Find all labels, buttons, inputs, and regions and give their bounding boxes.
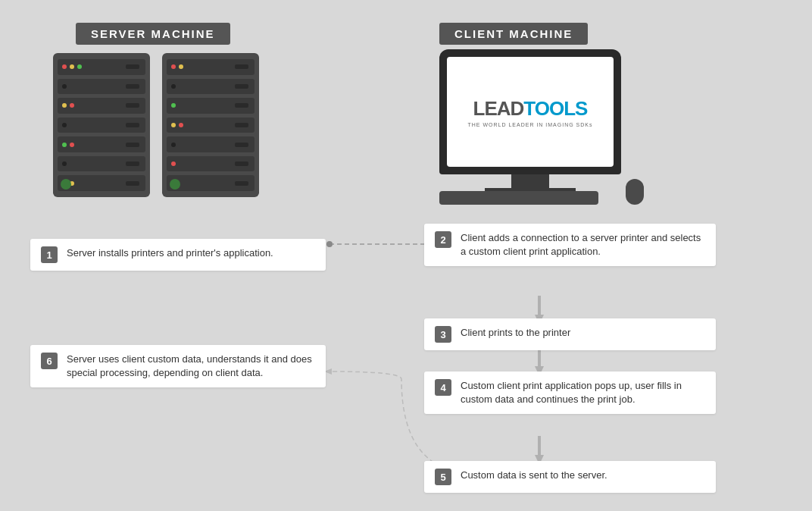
server-section-header-wrap: SERVER MACHINE: [76, 23, 230, 45]
drive-bay: [58, 79, 145, 95]
client-section-header: CLIENT MACHINE: [439, 23, 588, 45]
led: [171, 84, 176, 89]
led-green: [171, 103, 176, 108]
right-side: CLIENT MACHINE LEADTOOLS THE WORLD LEADE…: [401, 0, 812, 511]
step-5-text: Custom data is sent to the server.: [461, 469, 607, 482]
led-red: [179, 123, 183, 127]
led-red: [70, 103, 74, 108]
led-red: [171, 161, 176, 166]
step-4-box: 4 Custom client print application pops u…: [424, 371, 716, 414]
drive-bay: [167, 79, 255, 95]
step-4-text: Custom client print application pops up,…: [461, 379, 705, 406]
led-red: [62, 181, 67, 186]
step-5-box: 5 Custom data is sent to the server.: [424, 461, 716, 493]
step-6-box: 6 Server uses client custom data, unders…: [30, 345, 326, 387]
server-section-header: SERVER MACHINE: [76, 23, 230, 45]
server-unit-1: [53, 53, 150, 197]
led-yellow: [171, 123, 176, 127]
step-3-box: 3 Client prints to the printer: [424, 318, 716, 350]
left-side: SERVER MACHINE: [0, 0, 401, 511]
led-red: [171, 64, 176, 69]
led-yellow: [62, 103, 67, 108]
drive-bay: [167, 175, 255, 191]
client-section-header-wrap: CLIENT MACHINE: [439, 23, 588, 45]
monitor-screen: LEADTOOLS THE WORLD LEADER IN IMAGING SD…: [447, 57, 614, 167]
led: [62, 161, 67, 166]
step-1-text: Server installs printers and printer's a…: [67, 246, 273, 260]
monitor-stand: [511, 174, 549, 188]
led-yellow: [70, 64, 74, 69]
keyboard: [439, 191, 598, 205]
step-6-number: 6: [41, 353, 58, 369]
drive-bay: [58, 175, 145, 191]
step-5-number: 5: [435, 469, 451, 485]
led-red: [70, 143, 74, 147]
leadtools-logo: LEADTOOLS THE WORLD LEADER IN IMAGING SD…: [467, 97, 592, 127]
lead-part: LEAD: [473, 97, 524, 121]
led-green: [62, 143, 67, 147]
step-3-number: 3: [435, 326, 451, 343]
step-4-number: 4: [435, 379, 451, 396]
monitor: LEADTOOLS THE WORLD LEADER IN IMAGING SD…: [439, 49, 621, 174]
step-1-box: 1 Server installs printers and printer's…: [30, 239, 326, 271]
lead-tagline: THE WORLD LEADER IN IMAGING SDKs: [467, 122, 592, 127]
drive-bay: [58, 156, 145, 172]
drive-bay: [167, 118, 255, 133]
drive-bay: [167, 98, 255, 114]
step-1-number: 1: [41, 246, 58, 263]
led-green: [77, 64, 82, 69]
monitor-wrap: LEADTOOLS THE WORLD LEADER IN IMAGING SD…: [439, 49, 621, 196]
mouse: [626, 179, 644, 205]
drive-bay: [167, 136, 255, 152]
step-3-text: Client prints to the printer: [461, 326, 570, 340]
drive-bay: [167, 59, 255, 75]
led: [171, 143, 176, 147]
step-2-number: 2: [435, 231, 451, 248]
led-yellow: [179, 64, 183, 69]
drive-bay: [58, 59, 145, 75]
step-6-text: Server uses client custom data, understa…: [67, 353, 315, 380]
led-red: [62, 64, 67, 69]
server-machines: [53, 53, 259, 197]
tools-part: TOOLS: [523, 97, 587, 121]
step-2-box: 2 Client adds a connection to a server p…: [424, 224, 716, 266]
led-yellow: [70, 181, 74, 186]
drive-bay: [58, 98, 145, 114]
drive-bay: [58, 136, 145, 152]
server-unit-2: [162, 53, 259, 197]
drive-bay: [167, 156, 255, 172]
main-container: SERVER MACHINE: [0, 0, 812, 511]
step-2-text: Client adds a connection to a server pri…: [461, 231, 705, 259]
lead-text: LEADTOOLS: [473, 97, 588, 121]
led: [62, 123, 67, 127]
drive-bay: [58, 118, 145, 133]
led: [171, 181, 176, 186]
led: [62, 84, 67, 89]
